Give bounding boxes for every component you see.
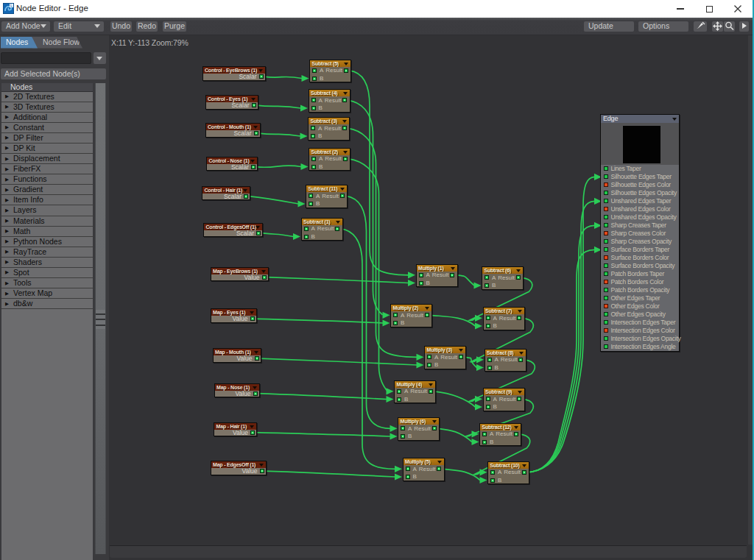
svg-text:L: L: [10, 3, 13, 7]
